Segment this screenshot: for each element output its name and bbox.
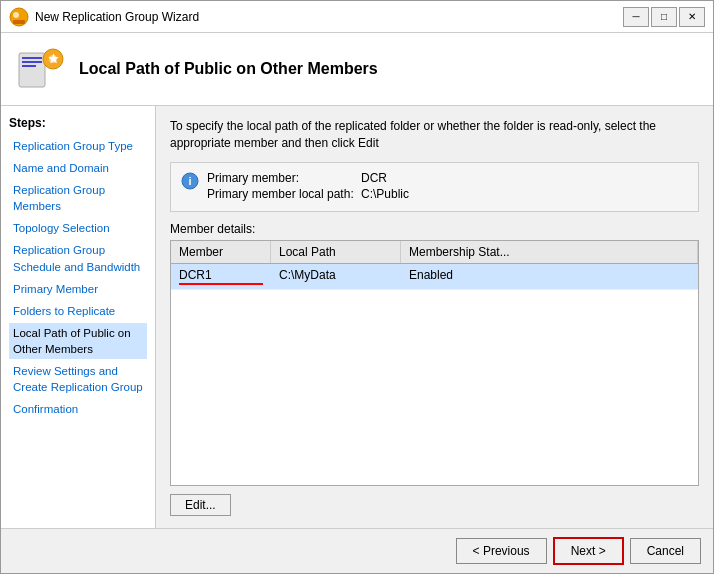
window-icon: [9, 7, 29, 27]
svg-rect-5: [22, 61, 42, 63]
title-bar: New Replication Group Wizard ─ □ ✕: [1, 1, 713, 33]
primary-member-row: Primary member: DCR: [207, 171, 688, 185]
primary-path-label: Primary member local path:: [207, 187, 357, 201]
svg-rect-2: [13, 20, 25, 24]
svg-point-1: [13, 12, 19, 18]
cell-status: Enabled: [401, 264, 698, 289]
sidebar-item-confirmation[interactable]: Confirmation: [9, 399, 147, 419]
previous-button[interactable]: < Previous: [456, 538, 547, 564]
svg-point-9: [49, 55, 57, 63]
sidebar-item-folders-to-replicate[interactable]: Folders to Replicate: [9, 301, 147, 321]
primary-member-label: Primary member:: [207, 171, 357, 185]
column-membership-status: Membership Stat...: [401, 241, 698, 263]
footer: < Previous Next > Cancel: [1, 528, 713, 573]
info-box: i Primary member: DCR Primary member loc…: [170, 162, 699, 212]
main-window: New Replication Group Wizard ─ □ ✕ ★ Loc…: [0, 0, 714, 574]
instruction-text: To specify the local path of the replica…: [170, 118, 699, 152]
cancel-button[interactable]: Cancel: [630, 538, 701, 564]
window-title: New Replication Group Wizard: [35, 10, 623, 24]
sidebar-title: Steps:: [9, 116, 147, 130]
table-body: DCR1 C:\MyData Enabled: [171, 264, 698, 485]
wizard-icon: ★: [17, 45, 65, 93]
sidebar-item-name-and-domain[interactable]: Name and Domain: [9, 158, 147, 178]
primary-path-row: Primary member local path: C:\Public: [207, 187, 688, 201]
sidebar-item-replication-group-type[interactable]: Replication Group Type: [9, 136, 147, 156]
table-row[interactable]: DCR1 C:\MyData Enabled: [171, 264, 698, 290]
member-details-label: Member details:: [170, 222, 699, 236]
window-controls: ─ □ ✕: [623, 7, 705, 27]
sidebar-item-review-settings[interactable]: Review Settings and Create Replication G…: [9, 361, 147, 397]
svg-rect-4: [22, 57, 42, 59]
info-rows: Primary member: DCR Primary member local…: [207, 171, 688, 203]
primary-member-value: DCR: [361, 171, 387, 185]
svg-rect-6: [22, 65, 36, 67]
sidebar: Steps: Replication Group Type Name and D…: [1, 106, 156, 528]
cell-local-path: C:\MyData: [271, 264, 401, 289]
header-area: ★ Local Path of Public on Other Members: [1, 33, 713, 106]
maximize-button[interactable]: □: [651, 7, 677, 27]
minimize-button[interactable]: ─: [623, 7, 649, 27]
sidebar-item-topology-selection[interactable]: Topology Selection: [9, 218, 147, 238]
sidebar-item-local-path: Local Path of Public on Other Members: [9, 323, 147, 359]
svg-text:i: i: [188, 175, 191, 187]
member-table: Member Local Path Membership Stat... DCR…: [170, 240, 699, 486]
info-icon: i: [181, 172, 199, 190]
sidebar-item-primary-member[interactable]: Primary Member: [9, 279, 147, 299]
edit-button[interactable]: Edit...: [170, 494, 231, 516]
main-content: To specify the local path of the replica…: [156, 106, 713, 528]
column-local-path: Local Path: [271, 241, 401, 263]
page-title: Local Path of Public on Other Members: [79, 60, 378, 78]
primary-path-value: C:\Public: [361, 187, 409, 201]
sidebar-item-replication-group-members[interactable]: Replication Group Members: [9, 180, 147, 216]
cell-member: DCR1: [171, 264, 271, 289]
edit-button-area: Edit...: [170, 486, 699, 516]
sidebar-item-replication-group-schedule[interactable]: Replication Group Schedule and Bandwidth: [9, 240, 147, 276]
content-area: Steps: Replication Group Type Name and D…: [1, 106, 713, 528]
column-member: Member: [171, 241, 271, 263]
next-button[interactable]: Next >: [553, 537, 624, 565]
close-button[interactable]: ✕: [679, 7, 705, 27]
table-header: Member Local Path Membership Stat...: [171, 241, 698, 264]
